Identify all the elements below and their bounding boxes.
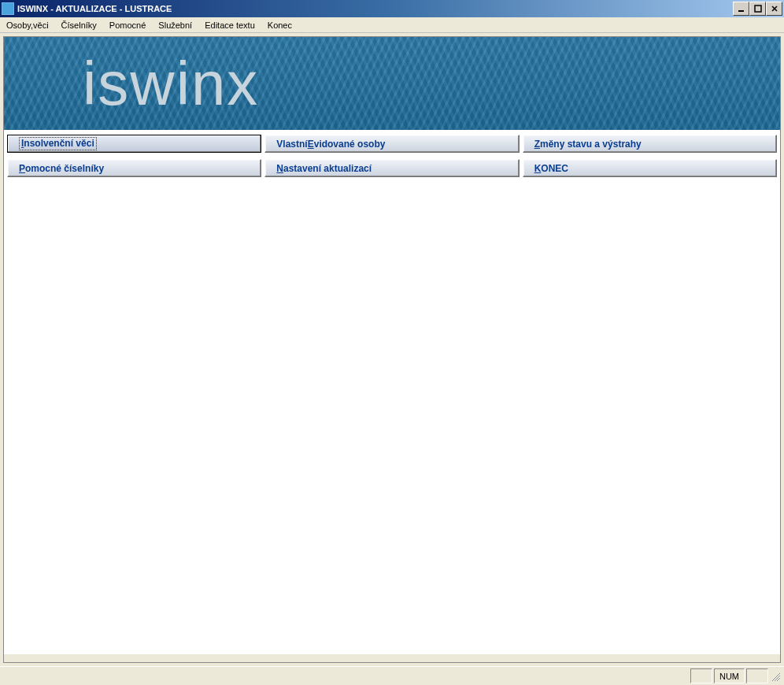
menu-bar: Osoby,věci Číselníky Pomocné Služební Ed… xyxy=(0,17,784,33)
resize-grip[interactable] xyxy=(768,668,782,683)
konec-button[interactable]: KONEC xyxy=(523,159,777,177)
pomocne-ciselniky-button[interactable]: Pomocné číselníky xyxy=(7,159,261,177)
window-title: ISWINX - AKTUALIZACE - LUSTRACE xyxy=(17,4,733,13)
inner-frame: iswinx Insolvenční věci Vlastní Evidovan… xyxy=(3,36,781,663)
window-controls xyxy=(733,2,782,16)
menu-sluzebni[interactable]: Služební xyxy=(155,19,195,31)
minimize-button[interactable] xyxy=(733,2,749,16)
menu-editace-textu[interactable]: Editace textu xyxy=(202,19,258,31)
frame-bottom-strip xyxy=(4,654,780,662)
status-bar: NUM xyxy=(0,666,784,685)
status-cell-1 xyxy=(690,668,712,683)
svg-rect-1 xyxy=(755,6,761,12)
button-row-2: Pomocné číselníky Nastavení aktualizací … xyxy=(7,159,777,177)
title-bar: ISWINX - AKTUALIZACE - LUSTRACE xyxy=(0,0,784,17)
menu-osoby-veci[interactable]: Osoby,věci xyxy=(3,19,52,31)
zmeny-stavu-a-vystrahy-button[interactable]: Změny stavu a výstrahy xyxy=(523,135,777,153)
menu-ciselniky[interactable]: Číselníky xyxy=(58,19,100,31)
insolvencni-veci-button[interactable]: Insolvenční věci xyxy=(7,135,261,153)
maximize-button[interactable] xyxy=(749,2,766,16)
client-area: iswinx Insolvenční věci Vlastní Evidovan… xyxy=(0,33,784,666)
status-indicator-num: NUM xyxy=(714,668,745,683)
menu-pomocne[interactable]: Pomocné xyxy=(106,19,149,31)
menu-konec[interactable]: Konec xyxy=(264,19,295,31)
button-grid: Insolvenční věci Vlastní Evidované osoby… xyxy=(4,130,780,188)
vlastni-evidovane-osoby-button[interactable]: Vlastní Evidované osoby xyxy=(264,135,519,153)
close-button[interactable] xyxy=(766,2,782,16)
status-cell-3 xyxy=(746,668,768,683)
banner: iswinx xyxy=(4,37,780,130)
status-spacer xyxy=(2,668,689,683)
banner-text: iswinx xyxy=(83,48,259,120)
app-icon xyxy=(2,2,14,15)
button-row-1: Insolvenční věci Vlastní Evidované osoby… xyxy=(7,135,777,153)
nastaveni-aktualizaci-button[interactable]: Nastavení aktualizací xyxy=(264,159,519,177)
svg-rect-0 xyxy=(738,10,744,12)
